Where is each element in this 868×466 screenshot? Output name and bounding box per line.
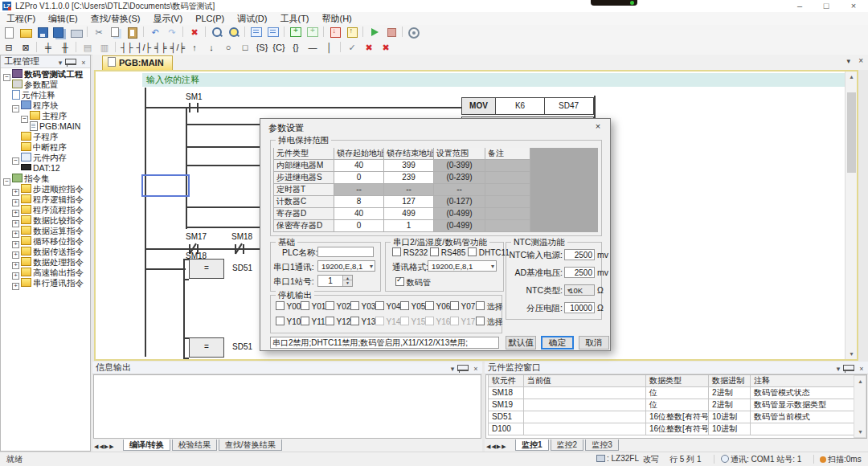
checkbox-选择[interactable]: 选择 xyxy=(476,317,503,328)
retain-cell[interactable]: 1 xyxy=(384,220,434,232)
save-icon[interactable] xyxy=(35,26,51,39)
retain-cell[interactable]: 40 xyxy=(334,208,384,220)
delete-all-x-icon[interactable]: ✖ xyxy=(378,41,394,55)
ok-button[interactable]: 确定 xyxy=(541,336,574,350)
upload-plc-icon[interactable] xyxy=(305,26,321,39)
retain-cell[interactable]: 8 xyxy=(334,196,384,208)
redo-icon[interactable]: ↷ xyxy=(164,26,180,39)
tree-item-程序逻辑指令[interactable]: +程序逻辑指令 xyxy=(1,194,90,205)
tab-list-chevron-icon[interactable]: ▾ xyxy=(846,57,850,65)
retain-cell[interactable]: 0 xyxy=(334,172,384,184)
menu-item[interactable]: 帮助(H) xyxy=(316,12,358,25)
cancel-button[interactable]: 取消 xyxy=(579,336,609,350)
tab-scroll-arrows[interactable]: ◀◀▶▶ xyxy=(486,444,507,450)
tree-item-元件注释[interactable]: 元件注释 xyxy=(1,90,90,100)
instruction-list-icon[interactable] xyxy=(265,26,281,39)
run-icon[interactable] xyxy=(366,26,383,39)
parallel-no-icon[interactable]: ╡╞ xyxy=(153,41,169,55)
rung-comment[interactable]: 输入你的注释 xyxy=(142,73,847,87)
retain-cell[interactable]: 499 xyxy=(384,208,434,220)
contact-no-icon[interactable]: ┤├ xyxy=(119,41,135,55)
write-plc-icon[interactable] xyxy=(327,26,343,39)
checkbox-Y13[interactable]: Y13 xyxy=(350,317,375,326)
checkbox-Y02[interactable]: Y02 xyxy=(326,301,350,311)
ladder-start-icon[interactable]: ⊟ xyxy=(1,41,17,55)
menu-item[interactable]: 查找/替换(S) xyxy=(84,12,147,25)
tree-item-子程序[interactable]: 子程序 xyxy=(1,132,90,142)
tree-item-中断程序[interactable]: 中断程序 xyxy=(1,142,90,153)
dock-tab-查找/替换结果[interactable]: 查找/替换结果 xyxy=(219,439,282,451)
download-plc-icon[interactable] xyxy=(288,26,304,39)
stop-icon[interactable] xyxy=(383,26,399,39)
print-icon[interactable] xyxy=(68,26,84,39)
copy-icon[interactable] xyxy=(108,26,124,39)
coil-icon[interactable]: ○ xyxy=(220,41,236,55)
ntc-field-input[interactable]: 10000 xyxy=(564,302,595,313)
plc-name-input[interactable] xyxy=(317,247,374,257)
retain-cell[interactable]: 40 xyxy=(334,160,384,172)
retain-cell[interactable]: 0 xyxy=(334,220,384,232)
tab-scroll-arrows[interactable]: ◀◀▶▶ xyxy=(94,444,115,450)
dock-tab-监控3[interactable]: 监控3 xyxy=(585,439,619,451)
falling-edge-icon[interactable]: ↓ xyxy=(203,41,219,55)
undo-icon[interactable]: ↶ xyxy=(147,26,163,39)
menu-item[interactable]: PLC(P) xyxy=(189,13,231,26)
selection-cursor[interactable] xyxy=(141,174,190,197)
contact-nc-icon[interactable]: ┤/├ xyxy=(136,41,152,55)
ntc-type-combo[interactable]: ▾10K xyxy=(564,284,595,296)
delete-x-icon[interactable]: ✖ xyxy=(361,41,377,55)
tree-expander-icon[interactable]: − xyxy=(12,157,19,165)
v-line-icon[interactable]: │ xyxy=(321,41,338,55)
maximize-button[interactable]: □ xyxy=(816,0,837,11)
checkbox-DHTC11[interactable]: DHTC11 xyxy=(468,247,510,257)
spin-down-icon[interactable]: ▼ xyxy=(342,280,352,286)
set-coil-icon[interactable]: {S} xyxy=(254,41,270,55)
monitor-mode-icon[interactable] xyxy=(406,26,422,39)
chevron-down-icon[interactable]: ▾ xyxy=(448,363,457,375)
convert-all-icon[interactable]: ▥ xyxy=(96,41,113,55)
retain-cell[interactable]: 399 xyxy=(384,160,434,172)
tab-close-icon[interactable]: × xyxy=(858,56,863,65)
scroll-down-icon[interactable]: ▾ xyxy=(854,427,866,437)
tree-item-程序块[interactable]: −程序块 xyxy=(1,100,90,111)
dock-tab-校验结果[interactable]: 校验结果 xyxy=(172,439,217,451)
checkbox-Y10[interactable]: Y10 xyxy=(276,317,301,326)
menu-item[interactable]: 工程(F) xyxy=(0,12,42,25)
tree-item-数据传送指令[interactable]: +数据传送指令 xyxy=(1,247,90,257)
monitor-table-row[interactable]: SM19位2进制数码管显示数据类型 xyxy=(488,399,855,411)
close-icon[interactable]: × xyxy=(471,363,481,375)
tree-item-数据运算指令[interactable]: +数据运算指令 xyxy=(1,226,90,236)
convert-icon[interactable]: ▤ xyxy=(80,41,96,55)
delete-row-icon[interactable]: ╫ xyxy=(57,41,73,55)
compare-block[interactable]: = xyxy=(189,259,224,279)
tree-expander-icon[interactable]: + xyxy=(12,283,19,290)
checkbox-Y07[interactable]: Y07 xyxy=(450,301,475,311)
mov-instruction-block[interactable]: MOV K6 SD47 xyxy=(461,97,594,115)
monitor-table-row[interactable]: SD5116位整数[有符号]10进制数码管当前模式 xyxy=(488,411,855,423)
checkbox-选择[interactable]: 选择 xyxy=(476,301,503,313)
scroll-up-icon[interactable]: ▴ xyxy=(845,72,858,82)
insert-row-icon[interactable]: ╪ xyxy=(40,41,56,55)
tree-item-串行通讯指令[interactable]: +串行通讯指令 xyxy=(1,278,90,288)
brace-icon[interactable]: {} xyxy=(288,41,304,55)
editor-vertical-scrollbar[interactable]: ▴ ▾ xyxy=(845,72,858,359)
retain-cell[interactable]: 127 xyxy=(384,196,434,208)
info-output-content[interactable] xyxy=(93,374,481,439)
menu-item[interactable]: 调试(D) xyxy=(231,12,273,25)
chevron-down-icon[interactable]: ▾ xyxy=(55,57,65,69)
find-replace-icon[interactable] xyxy=(226,26,242,39)
checkbox-RS232[interactable]: RS232 xyxy=(392,247,428,257)
new-file-icon[interactable] xyxy=(1,26,17,39)
com1-combo[interactable]: 19200,E,8,1▾ xyxy=(317,260,375,272)
tree-item-元件内存[interactable]: −元件内存 xyxy=(1,153,90,163)
scroll-down-icon[interactable]: ▾ xyxy=(845,349,858,359)
function-block-icon[interactable]: □ xyxy=(237,41,253,55)
dialog-close-button[interactable]: × xyxy=(592,121,604,131)
tree-item-数据处理指令[interactable]: +数据处理指令 xyxy=(1,257,90,268)
checkbox-RS485[interactable]: RS485 xyxy=(430,247,465,257)
ladder-view-icon[interactable] xyxy=(248,26,264,39)
tree-item-参数配置[interactable]: 参数配置 xyxy=(1,80,90,90)
paste-icon[interactable] xyxy=(125,26,141,39)
close-button[interactable]: × xyxy=(843,0,864,11)
monitor-scrollbar[interactable]: ▴ ▾ xyxy=(854,375,866,438)
